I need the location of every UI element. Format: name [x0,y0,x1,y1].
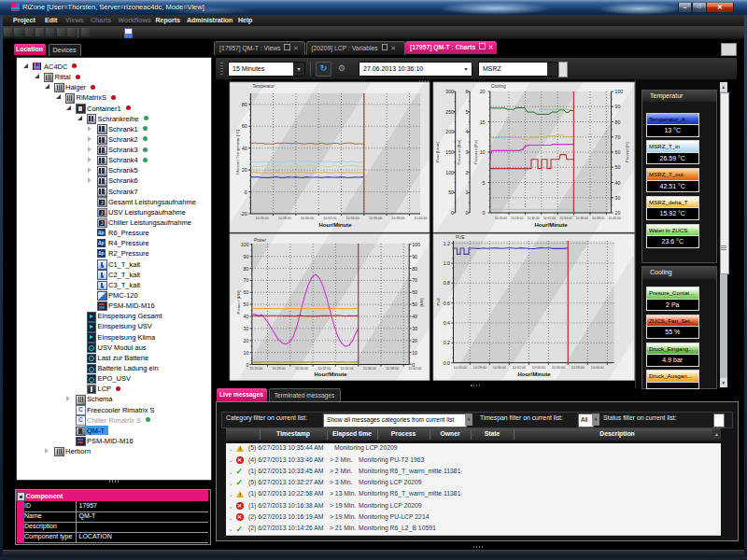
svg-text:20: 20 [244,338,249,343]
svg-text:40: 40 [412,314,417,319]
svg-text:0.2: 0.2 [444,340,450,345]
svg-text:100: 100 [615,89,624,94]
svg-text:10:36:00: 10:36:00 [576,217,588,220]
svg-text:150: 150 [445,149,454,155]
svg-text:250: 250 [445,109,454,115]
svg-text:5: 5 [466,109,469,115]
svg-text:50: 50 [448,189,454,195]
svg-text:10:28:00: 10:28:00 [273,367,286,371]
svg-text:50: 50 [412,301,417,307]
svg-text:0: 0 [451,210,454,216]
svg-text:60: 60 [242,123,247,129]
svg-text:10: 10 [412,350,417,356]
svg-text:20: 20 [615,210,621,216]
svg-text:[kW]: [kW] [419,299,424,307]
svg-text:10:34:00: 10:34:00 [532,366,545,370]
svg-text:Uhrzeit / Temperatur [°C]: Uhrzeit / Temperatur [°C] [235,130,240,175]
svg-text:10:38:00: 10:38:00 [592,217,604,220]
svg-text:10:30:00: 10:30:00 [295,367,308,371]
svg-text:20: 20 [480,89,486,94]
svg-text:90: 90 [412,254,417,259]
svg-text:300: 300 [445,89,454,94]
svg-text:Flow [L/min]: Flow [L/min] [435,142,440,163]
svg-text:10:36:00: 10:36:00 [552,366,565,370]
svg-text:10:28:00: 10:28:00 [473,366,486,370]
svg-text:80: 80 [244,266,249,272]
svg-text:100: 100 [241,242,249,247]
svg-text:0: 0 [466,210,469,216]
svg-text:6: 6 [466,89,469,94]
svg-text:10:28:00: 10:28:00 [511,217,523,220]
svg-text:10:26:00: 10:26:00 [454,366,467,370]
svg-text:10:34:00: 10:34:00 [559,217,571,220]
svg-text:10:32:00: 10:32:00 [543,217,556,220]
svg-text:PUE: PUE [436,297,441,305]
svg-text:10:32:00: 10:32:00 [317,367,331,371]
svg-text:10:36:00: 10:36:00 [363,367,376,371]
svg-text:10:40:00: 10:40:00 [408,367,421,371]
svg-text:10:32:00: 10:32:00 [323,217,336,220]
svg-text:50: 50 [244,301,249,307]
svg-text:50: 50 [615,164,621,170]
svg-text:Cooling: Cooling [491,84,506,89]
svg-text:15: 15 [480,119,486,125]
svg-text:100: 100 [445,170,454,175]
svg-text:10:30:00: 10:30:00 [527,217,539,220]
svg-text:0.8: 0.8 [444,280,450,286]
svg-text:10:28:00: 10:28:00 [278,217,291,220]
svg-text:10:26:00: 10:26:00 [249,367,262,371]
svg-text:90: 90 [615,104,621,109]
svg-text:0: 0 [246,362,248,368]
svg-text:10:34:00: 10:34:00 [346,217,359,220]
svg-text:10:40:00: 10:40:00 [415,217,428,220]
svg-text:20: 20 [242,167,247,173]
svg-text:Percent [%]: Percent [%] [625,142,629,162]
svg-text:0: 0 [245,189,247,195]
svg-text:Hour/Minute: Hour/Minute [319,222,353,228]
svg-text:0.4: 0.4 [444,320,450,326]
svg-text:0.6: 0.6 [444,301,450,306]
svg-text:Temperatur: Temperatur [253,84,275,89]
svg-text:Pressure [Pa]: Pressure [Pa] [473,140,478,163]
svg-text:100: 100 [412,242,420,247]
svg-text:80: 80 [615,119,621,125]
svg-text:70: 70 [615,134,621,140]
svg-text:60: 60 [244,289,249,295]
svg-text:Power / [kW]: Power / [kW] [236,291,241,315]
svg-text:Hour/Minute: Hour/Minute [315,371,348,377]
svg-text:Hour/Minute: Hour/Minute [535,222,569,228]
svg-text:10: 10 [480,149,486,155]
svg-text:10:38:00: 10:38:00 [391,217,404,220]
svg-text:10: 10 [244,350,249,356]
svg-text:20: 20 [412,338,417,343]
svg-text:3: 3 [466,149,469,155]
svg-text:10:34:00: 10:34:00 [341,367,354,371]
svg-text:60: 60 [412,289,417,295]
svg-text:5: 5 [483,180,486,186]
svg-text:0: 0 [483,210,486,216]
svg-text:60: 60 [615,149,621,155]
svg-text:Hour/Minute: Hour/Minute [518,371,552,377]
svg-text:10:40:00: 10:40:00 [608,217,620,220]
svg-text:10:26:00: 10:26:00 [495,217,507,220]
svg-text:4: 4 [466,129,469,134]
svg-text:30: 30 [244,326,249,331]
svg-text:2: 2 [466,170,469,175]
svg-text:Power: Power [254,238,266,243]
svg-text:10:40:00: 10:40:00 [591,366,604,370]
svg-text:10:26:00: 10:26:00 [255,217,268,220]
svg-text:0.0: 0.0 [444,360,450,366]
svg-text:1: 1 [466,189,469,195]
svg-text:80: 80 [242,102,247,107]
svg-text:200: 200 [445,129,454,134]
svg-text:10:30:00: 10:30:00 [301,217,314,220]
svg-text:Pressure [Bar]: Pressure [Bar] [457,140,461,165]
svg-text:30: 30 [412,326,417,331]
svg-text:30: 30 [615,195,621,201]
svg-text:90: 90 [244,254,249,259]
svg-text:10:36:00: 10:36:00 [369,217,382,220]
svg-text:70: 70 [244,277,249,283]
svg-text:80: 80 [412,266,417,272]
svg-text:1.0: 1.0 [444,260,450,266]
svg-text:40: 40 [244,314,249,319]
